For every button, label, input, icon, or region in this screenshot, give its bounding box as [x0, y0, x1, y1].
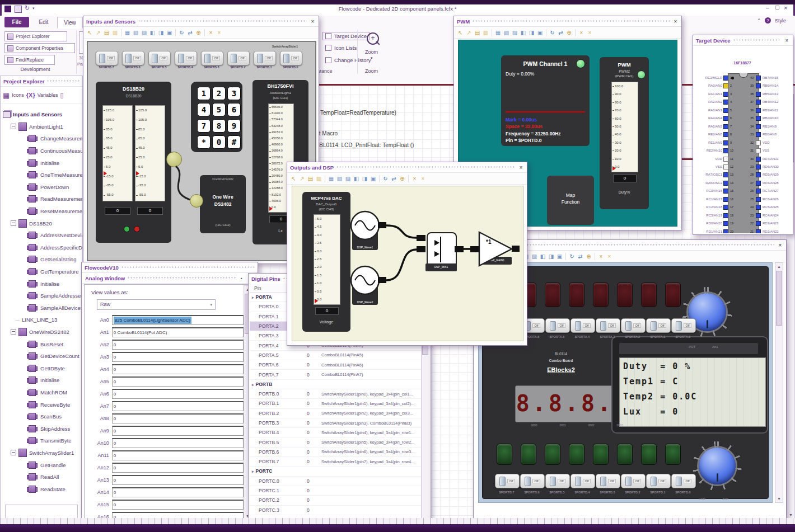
delete-icon[interactable]: × — [606, 253, 613, 260]
pin-row[interactable]: PORTB.10SwitchArraySlider1(pin1), keypad… — [250, 399, 421, 408]
analog-value-field[interactable]: 0 — [112, 352, 244, 362]
split-left-icon[interactable]: ◧ — [353, 175, 360, 182]
card-icon[interactable]: ▣ — [370, 175, 377, 182]
tree-item[interactable]: AddressSpecificDevice — [1, 242, 82, 254]
expander-icon[interactable] — [11, 220, 16, 226]
swap-icon[interactable]: ⇄ — [577, 253, 584, 260]
tree-item[interactable]: AmbientLight1 — [1, 121, 82, 133]
onewire-node-2[interactable] — [190, 194, 203, 208]
switch[interactable]: Off — [646, 474, 671, 488]
analog-value-field[interactable]: 0 — [112, 500, 244, 510]
card-icon[interactable]: ▣ — [166, 29, 173, 36]
analog-value-field[interactable]: 0 — [112, 450, 244, 460]
tree-item[interactable]: GetHandle — [1, 459, 82, 471]
close-icon[interactable]: × — [672, 18, 679, 25]
tab-edit[interactable]: Edit — [32, 17, 55, 27]
tree-item[interactable]: Initialise — [1, 374, 82, 387]
pin-pad[interactable] — [723, 229, 728, 233]
scroll-thumb[interactable] — [776, 271, 782, 326]
pin-pad[interactable] — [723, 92, 728, 97]
tree-item[interactable]: BusReset — [1, 338, 82, 350]
pin-row[interactable]: PORTB.60SwitchArraySlider1(pin6), keypad… — [250, 448, 421, 457]
keypad-key-3[interactable]: 3 — [227, 87, 241, 100]
tree-item[interactable]: GetIDByte — [1, 362, 82, 374]
copy-icon[interactable]: ▤ — [103, 29, 110, 36]
switch-handle[interactable] — [178, 54, 184, 63]
grid-icon[interactable]: ▧ — [132, 29, 139, 36]
flowcode-document-window[interactable]: FlowcodeV10 Analog Window▪× View values … — [81, 262, 258, 525]
refresh-icon[interactable]: ↻ — [568, 253, 576, 260]
pin-row[interactable]: PORTC.30 — [250, 506, 421, 515]
braces-icon[interactable]: {X} — [26, 92, 35, 98]
keypad-key-6[interactable]: 6 — [227, 103, 241, 116]
analog-value-field[interactable]: 0 — [112, 487, 244, 497]
layout-icon[interactable]: ▦ — [328, 175, 335, 182]
lasso-icon[interactable]: ↗ — [298, 175, 306, 182]
chart-icon[interactable]: ▨ — [511, 29, 518, 36]
pin-pad[interactable] — [756, 213, 761, 218]
delete-icon[interactable]: × — [419, 175, 427, 182]
switch[interactable]: Off — [148, 51, 171, 65]
check-change-history[interactable]: Change History — [325, 57, 371, 63]
pin-pad[interactable] — [756, 148, 761, 153]
expander-icon[interactable]: ▸ — [252, 295, 254, 299]
switch-handle[interactable] — [575, 321, 581, 331]
analog-value-field[interactable]: 0 — [112, 438, 244, 448]
scroll-down-icon[interactable]: ▼ — [775, 495, 783, 502]
pin-pad[interactable] — [756, 229, 761, 233]
analog-value-field[interactable]: 0 — [112, 389, 244, 399]
pin-pad[interactable] — [723, 157, 728, 162]
keypad-key-7[interactable]: 7 — [197, 119, 211, 133]
add-icon[interactable]: ⊕ — [585, 253, 592, 260]
pin-pad[interactable] — [723, 140, 728, 145]
check-target-device[interactable]: Target Device — [322, 32, 370, 40]
switch[interactable]: Off — [596, 318, 620, 333]
switch[interactable]: Off — [671, 474, 696, 488]
tab-file[interactable]: File — [4, 17, 29, 27]
swap-icon[interactable]: ⇄ — [390, 175, 398, 182]
card-icon[interactable]: ▣ — [536, 29, 544, 36]
pin-pad[interactable] — [756, 164, 761, 170]
pin-pad[interactable] — [756, 197, 761, 202]
tree-item[interactable]: ResetMeasurement — [1, 205, 82, 218]
split-left-icon[interactable]: ◧ — [149, 29, 156, 36]
tree-item[interactable]: SkipAddress — [1, 422, 82, 435]
pin-pad[interactable] — [756, 124, 761, 129]
tree-item[interactable]: Inputs and Sensors — [1, 109, 82, 121]
switch[interactable]: Off — [227, 51, 250, 65]
switch-handle[interactable] — [204, 54, 211, 63]
switch-handle[interactable] — [152, 54, 158, 63]
switch-handle[interactable] — [625, 477, 632, 486]
component-properties-button[interactable]: Component Properties — [4, 43, 75, 53]
switch-handle[interactable] — [499, 477, 506, 486]
tab-icons-label[interactable]: Icons — [12, 92, 24, 98]
pin-pad[interactable] — [756, 100, 761, 105]
keypad-key-9[interactable]: 9 — [227, 119, 241, 133]
switch[interactable]: Off — [520, 474, 545, 488]
pin-pad[interactable] — [723, 197, 728, 202]
zoom-button[interactable]: Zoom — [365, 49, 378, 55]
switch[interactable]: Off — [646, 318, 671, 333]
add-icon[interactable]: ⊕ — [399, 175, 406, 182]
copy-icon[interactable]: ▤ — [307, 175, 314, 182]
expander-icon[interactable] — [11, 124, 16, 129]
analog-value-field[interactable]: 0 — [112, 340, 244, 350]
split-left-icon[interactable]: ◧ — [520, 29, 527, 36]
tree-item[interactable]: DS18B20 — [1, 217, 82, 229]
ds18b20-slider-1[interactable]: 125.0105.085.065.045.025.05.0-15.0-35.0-… — [102, 105, 133, 201]
analog-value-field[interactable]: 0 — [112, 413, 244, 423]
cut-icon[interactable]: × — [411, 175, 418, 182]
pin-pad[interactable] — [723, 132, 728, 137]
analog-value-field[interactable]: 0 — [112, 426, 244, 436]
switch-handle[interactable] — [550, 321, 556, 331]
switch[interactable]: Off — [545, 318, 570, 333]
switch[interactable]: Off — [175, 51, 197, 65]
bottom-ruler[interactable] — [0, 518, 795, 524]
analog-value-field[interactable]: 0 — [112, 401, 244, 411]
switch-handle[interactable] — [575, 477, 581, 486]
pin-pad[interactable] — [756, 108, 761, 113]
tree-item[interactable]: TransmitByte — [1, 435, 82, 447]
switch-handle[interactable] — [651, 321, 657, 331]
switch-handle[interactable] — [525, 477, 531, 486]
pin-row[interactable]: PORTC.00 — [250, 477, 421, 486]
